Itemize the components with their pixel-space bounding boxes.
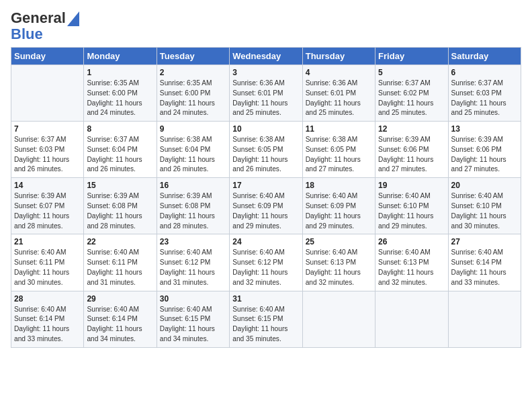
calendar-cell: 15Sunrise: 6:39 AM Sunset: 6:08 PM Dayli… — [84, 178, 157, 234]
day-number: 19 — [378, 181, 445, 190]
day-number: 25 — [306, 237, 372, 246]
calendar-cell: 24Sunrise: 6:40 AM Sunset: 6:12 PM Dayli… — [230, 234, 302, 291]
header-day-wednesday: Wednesday — [230, 48, 302, 65]
day-info: Sunrise: 6:40 AM Sunset: 6:15 PM Dayligh… — [232, 305, 299, 345]
day-number: 15 — [87, 181, 153, 190]
day-number: 22 — [87, 237, 153, 246]
calendar-week-1: 1Sunrise: 6:35 AM Sunset: 6:00 PM Daylig… — [11, 65, 521, 122]
calendar-cell: 31Sunrise: 6:40 AM Sunset: 6:15 PM Dayli… — [230, 291, 302, 347]
day-info: Sunrise: 6:40 AM Sunset: 6:13 PM Dayligh… — [378, 248, 445, 287]
calendar-cell: 27Sunrise: 6:40 AM Sunset: 6:14 PM Dayli… — [448, 234, 521, 291]
day-info: Sunrise: 6:40 AM Sunset: 6:12 PM Dayligh… — [232, 248, 299, 287]
day-info: Sunrise: 6:40 AM Sunset: 6:11 PM Dayligh… — [87, 248, 153, 287]
day-info: Sunrise: 6:38 AM Sunset: 6:05 PM Dayligh… — [306, 135, 372, 175]
logo-general: General — [11, 9, 66, 27]
day-info: Sunrise: 6:40 AM Sunset: 6:09 PM Dayligh… — [306, 191, 372, 231]
day-number: 29 — [87, 294, 153, 304]
calendar-cell: 11Sunrise: 6:38 AM Sunset: 6:05 PM Dayli… — [302, 122, 375, 178]
day-info: Sunrise: 6:39 AM Sunset: 6:08 PM Dayligh… — [160, 191, 226, 231]
calendar-week-4: 21Sunrise: 6:40 AM Sunset: 6:11 PM Dayli… — [11, 234, 521, 291]
day-info: Sunrise: 6:40 AM Sunset: 6:09 PM Dayligh… — [232, 191, 299, 231]
day-number: 9 — [160, 124, 226, 134]
calendar-cell: 25Sunrise: 6:40 AM Sunset: 6:13 PM Dayli… — [302, 234, 375, 291]
header-day-tuesday: Tuesday — [157, 48, 229, 65]
day-info: Sunrise: 6:39 AM Sunset: 6:06 PM Dayligh… — [451, 135, 518, 175]
day-info: Sunrise: 6:40 AM Sunset: 6:12 PM Dayligh… — [160, 248, 226, 287]
calendar-cell: 18Sunrise: 6:40 AM Sunset: 6:09 PM Dayli… — [302, 178, 375, 234]
day-info: Sunrise: 6:36 AM Sunset: 6:01 PM Dayligh… — [306, 79, 372, 118]
day-info: Sunrise: 6:40 AM Sunset: 6:14 PM Dayligh… — [87, 305, 153, 345]
day-info: Sunrise: 6:35 AM Sunset: 6:00 PM Dayligh… — [87, 79, 153, 118]
day-info: Sunrise: 6:38 AM Sunset: 6:05 PM Dayligh… — [232, 135, 299, 175]
day-number: 18 — [306, 181, 372, 190]
day-number: 12 — [378, 124, 445, 134]
calendar-cell: 26Sunrise: 6:40 AM Sunset: 6:13 PM Dayli… — [375, 234, 448, 291]
day-number: 17 — [232, 181, 299, 190]
day-number: 4 — [306, 68, 372, 77]
day-info: Sunrise: 6:40 AM Sunset: 6:14 PM Dayligh… — [451, 248, 518, 287]
svg-marker-0 — [67, 11, 79, 26]
day-info: Sunrise: 6:40 AM Sunset: 6:15 PM Dayligh… — [160, 305, 226, 345]
day-number: 31 — [232, 294, 299, 304]
day-number: 20 — [451, 181, 518, 190]
day-info: Sunrise: 6:40 AM Sunset: 6:13 PM Dayligh… — [306, 248, 372, 287]
calendar-cell: 14Sunrise: 6:39 AM Sunset: 6:07 PM Dayli… — [11, 178, 84, 234]
day-number: 10 — [232, 124, 299, 134]
day-number: 30 — [160, 294, 226, 304]
day-info: Sunrise: 6:36 AM Sunset: 6:01 PM Dayligh… — [232, 79, 299, 118]
calendar-week-2: 7Sunrise: 6:37 AM Sunset: 6:03 PM Daylig… — [11, 122, 521, 178]
day-info: Sunrise: 6:39 AM Sunset: 6:08 PM Dayligh… — [87, 191, 153, 231]
day-number: 16 — [160, 181, 226, 190]
day-info: Sunrise: 6:37 AM Sunset: 6:03 PM Dayligh… — [14, 135, 81, 175]
calendar-cell: 13Sunrise: 6:39 AM Sunset: 6:06 PM Dayli… — [448, 122, 521, 178]
calendar-cell: 29Sunrise: 6:40 AM Sunset: 6:14 PM Dayli… — [84, 291, 157, 347]
logo-arrow-icon — [67, 11, 79, 26]
calendar-cell — [375, 291, 448, 347]
calendar-cell — [302, 291, 375, 347]
calendar-cell: 12Sunrise: 6:39 AM Sunset: 6:06 PM Dayli… — [375, 122, 448, 178]
day-number: 1 — [87, 68, 153, 77]
day-number: 8 — [87, 124, 153, 134]
day-number: 24 — [232, 237, 299, 246]
day-number: 2 — [160, 68, 226, 77]
header-day-sunday: Sunday — [11, 48, 84, 65]
logo: General Blue — [11, 9, 79, 43]
header-day-saturday: Saturday — [448, 48, 521, 65]
calendar-cell: 30Sunrise: 6:40 AM Sunset: 6:15 PM Dayli… — [157, 291, 229, 347]
calendar-cell: 4Sunrise: 6:36 AM Sunset: 6:01 PM Daylig… — [302, 65, 375, 122]
header-row: SundayMondayTuesdayWednesdayThursdayFrid… — [11, 48, 521, 65]
calendar-cell — [11, 65, 84, 122]
main-container: General Blue SundayMondayTuesdayWednesda… — [0, 0, 532, 355]
day-info: Sunrise: 6:35 AM Sunset: 6:00 PM Dayligh… — [160, 79, 226, 118]
calendar-cell: 21Sunrise: 6:40 AM Sunset: 6:11 PM Dayli… — [11, 234, 84, 291]
calendar-table: SundayMondayTuesdayWednesdayThursdayFrid… — [11, 47, 521, 348]
header-day-monday: Monday — [84, 48, 157, 65]
calendar-cell: 8Sunrise: 6:37 AM Sunset: 6:04 PM Daylig… — [84, 122, 157, 178]
day-info: Sunrise: 6:40 AM Sunset: 6:14 PM Dayligh… — [14, 305, 81, 345]
calendar-cell: 28Sunrise: 6:40 AM Sunset: 6:14 PM Dayli… — [11, 291, 84, 347]
day-info: Sunrise: 6:37 AM Sunset: 6:02 PM Dayligh… — [378, 79, 445, 118]
day-number: 5 — [378, 68, 445, 77]
calendar-cell: 19Sunrise: 6:40 AM Sunset: 6:10 PM Dayli… — [375, 178, 448, 234]
day-number: 13 — [451, 124, 518, 134]
day-number: 11 — [306, 124, 372, 134]
calendar-cell: 17Sunrise: 6:40 AM Sunset: 6:09 PM Dayli… — [230, 178, 302, 234]
calendar-cell: 5Sunrise: 6:37 AM Sunset: 6:02 PM Daylig… — [375, 65, 448, 122]
day-info: Sunrise: 6:38 AM Sunset: 6:04 PM Dayligh… — [160, 135, 226, 175]
calendar-week-5: 28Sunrise: 6:40 AM Sunset: 6:14 PM Dayli… — [11, 291, 521, 347]
day-number: 14 — [14, 181, 81, 190]
day-number: 3 — [232, 68, 299, 77]
calendar-cell: 3Sunrise: 6:36 AM Sunset: 6:01 PM Daylig… — [230, 65, 302, 122]
day-number: 28 — [14, 294, 81, 304]
header-day-friday: Friday — [375, 48, 448, 65]
calendar-cell: 1Sunrise: 6:35 AM Sunset: 6:00 PM Daylig… — [84, 65, 157, 122]
calendar-week-3: 14Sunrise: 6:39 AM Sunset: 6:07 PM Dayli… — [11, 178, 521, 234]
day-number: 26 — [378, 237, 445, 246]
calendar-cell: 6Sunrise: 6:37 AM Sunset: 6:03 PM Daylig… — [448, 65, 521, 122]
day-number: 6 — [451, 68, 518, 77]
calendar-cell: 23Sunrise: 6:40 AM Sunset: 6:12 PM Dayli… — [157, 234, 229, 291]
day-number: 27 — [451, 237, 518, 246]
day-number: 23 — [160, 237, 226, 246]
day-info: Sunrise: 6:39 AM Sunset: 6:07 PM Dayligh… — [14, 191, 81, 231]
day-info: Sunrise: 6:37 AM Sunset: 6:04 PM Dayligh… — [87, 135, 153, 175]
